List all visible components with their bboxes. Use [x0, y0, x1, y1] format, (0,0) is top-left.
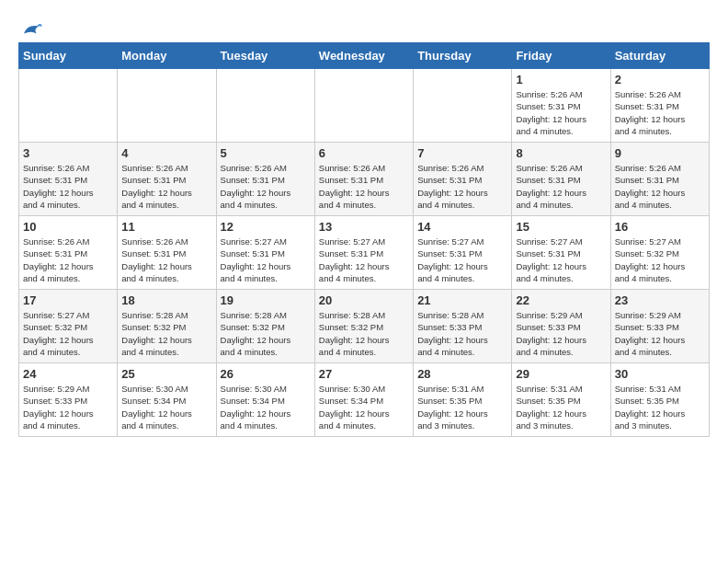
day-number: 22 [516, 293, 606, 307]
day-info: Sunrise: 5:26 AM Sunset: 5:31 PM Dayligh… [516, 88, 606, 137]
day-info: Sunrise: 5:29 AM Sunset: 5:33 PM Dayligh… [516, 309, 606, 358]
day-info: Sunrise: 5:31 AM Sunset: 5:35 PM Dayligh… [417, 383, 507, 431]
day-number: 11 [121, 220, 211, 234]
week-row-2: 10Sunrise: 5:26 AM Sunset: 5:31 PM Dayli… [19, 216, 710, 290]
day-info: Sunrise: 5:26 AM Sunset: 5:31 PM Dayligh… [221, 162, 311, 211]
day-number: 2 [615, 73, 705, 86]
day-header-friday: Friday [512, 43, 610, 69]
calendar-table: SundayMondayTuesdayWednesdayThursdayFrid… [18, 42, 710, 437]
day-header-sunday: Sunday [19, 43, 118, 69]
calendar-cell: 22Sunrise: 5:29 AM Sunset: 5:33 PM Dayli… [512, 290, 610, 363]
day-header-tuesday: Tuesday [216, 43, 314, 69]
header-row: SundayMondayTuesdayWednesdayThursdayFrid… [19, 43, 710, 69]
logo-bird-icon [20, 18, 42, 40]
calendar-cell: 20Sunrise: 5:28 AM Sunset: 5:32 PM Dayli… [314, 290, 413, 363]
calendar-cell: 29Sunrise: 5:31 AM Sunset: 5:35 PM Dayli… [512, 363, 610, 437]
calendar-cell: 13Sunrise: 5:27 AM Sunset: 5:31 PM Dayli… [314, 216, 413, 290]
calendar-cell: 6Sunrise: 5:26 AM Sunset: 5:31 PM Daylig… [314, 143, 413, 216]
day-info: Sunrise: 5:27 AM Sunset: 5:32 PM Dayligh… [23, 309, 113, 358]
day-info: Sunrise: 5:27 AM Sunset: 5:32 PM Dayligh… [615, 236, 705, 284]
calendar-cell: 1Sunrise: 5:26 AM Sunset: 5:31 PM Daylig… [512, 69, 610, 143]
calendar-cell: 5Sunrise: 5:26 AM Sunset: 5:31 PM Daylig… [216, 143, 314, 216]
day-info: Sunrise: 5:26 AM Sunset: 5:31 PM Dayligh… [121, 236, 211, 284]
day-info: Sunrise: 5:26 AM Sunset: 5:31 PM Dayligh… [121, 162, 211, 211]
day-info: Sunrise: 5:26 AM Sunset: 5:31 PM Dayligh… [417, 162, 507, 211]
calendar-cell: 23Sunrise: 5:29 AM Sunset: 5:33 PM Dayli… [610, 290, 709, 363]
calendar-cell: 16Sunrise: 5:27 AM Sunset: 5:32 PM Dayli… [610, 216, 709, 290]
calendar-cell: 4Sunrise: 5:26 AM Sunset: 5:31 PM Daylig… [118, 143, 216, 216]
day-number: 29 [516, 367, 606, 381]
header [18, 18, 710, 33]
day-info: Sunrise: 5:28 AM Sunset: 5:32 PM Dayligh… [319, 309, 409, 358]
calendar-cell [414, 69, 512, 143]
calendar-cell: 7Sunrise: 5:26 AM Sunset: 5:31 PM Daylig… [414, 143, 512, 216]
day-number: 14 [417, 220, 507, 234]
week-row-3: 17Sunrise: 5:27 AM Sunset: 5:32 PM Dayli… [19, 290, 710, 363]
calendar-cell: 27Sunrise: 5:30 AM Sunset: 5:34 PM Dayli… [314, 363, 413, 437]
calendar-cell [19, 69, 118, 143]
week-row-4: 24Sunrise: 5:29 AM Sunset: 5:33 PM Dayli… [19, 363, 710, 437]
calendar-cell: 25Sunrise: 5:30 AM Sunset: 5:34 PM Dayli… [118, 363, 216, 437]
calendar-cell: 19Sunrise: 5:28 AM Sunset: 5:32 PM Dayli… [216, 290, 314, 363]
day-number: 17 [23, 293, 113, 307]
day-number: 9 [615, 146, 705, 160]
day-header-monday: Monday [118, 43, 216, 69]
day-header-saturday: Saturday [610, 43, 709, 69]
calendar-cell: 15Sunrise: 5:27 AM Sunset: 5:31 PM Dayli… [512, 216, 610, 290]
day-number: 7 [417, 146, 507, 160]
day-info: Sunrise: 5:31 AM Sunset: 5:35 PM Dayligh… [615, 383, 705, 431]
week-row-0: 1Sunrise: 5:26 AM Sunset: 5:31 PM Daylig… [19, 69, 710, 143]
day-info: Sunrise: 5:26 AM Sunset: 5:31 PM Dayligh… [23, 162, 113, 211]
calendar-cell: 8Sunrise: 5:26 AM Sunset: 5:31 PM Daylig… [512, 143, 610, 216]
calendar-cell: 17Sunrise: 5:27 AM Sunset: 5:32 PM Dayli… [19, 290, 118, 363]
day-number: 24 [23, 367, 113, 381]
calendar-cell: 21Sunrise: 5:28 AM Sunset: 5:33 PM Dayli… [414, 290, 512, 363]
day-number: 4 [121, 146, 211, 160]
calendar-cell [314, 69, 413, 143]
day-header-wednesday: Wednesday [314, 43, 413, 69]
day-info: Sunrise: 5:29 AM Sunset: 5:33 PM Dayligh… [615, 309, 705, 358]
day-info: Sunrise: 5:27 AM Sunset: 5:31 PM Dayligh… [516, 236, 606, 284]
day-number: 27 [319, 367, 409, 381]
day-number: 6 [319, 146, 409, 160]
day-info: Sunrise: 5:26 AM Sunset: 5:31 PM Dayligh… [516, 162, 606, 211]
day-number: 23 [615, 293, 705, 307]
day-number: 21 [417, 293, 507, 307]
day-number: 8 [516, 146, 606, 160]
calendar-cell: 12Sunrise: 5:27 AM Sunset: 5:31 PM Dayli… [216, 216, 314, 290]
day-info: Sunrise: 5:29 AM Sunset: 5:33 PM Dayligh… [23, 383, 113, 431]
day-number: 25 [121, 367, 211, 381]
calendar-cell: 14Sunrise: 5:27 AM Sunset: 5:31 PM Dayli… [414, 216, 512, 290]
day-number: 1 [516, 73, 606, 86]
day-info: Sunrise: 5:30 AM Sunset: 5:34 PM Dayligh… [121, 383, 211, 431]
day-info: Sunrise: 5:26 AM Sunset: 5:31 PM Dayligh… [319, 162, 409, 211]
calendar-cell: 18Sunrise: 5:28 AM Sunset: 5:32 PM Dayli… [118, 290, 216, 363]
calendar-cell: 24Sunrise: 5:29 AM Sunset: 5:33 PM Dayli… [19, 363, 118, 437]
day-info: Sunrise: 5:31 AM Sunset: 5:35 PM Dayligh… [516, 383, 606, 431]
day-info: Sunrise: 5:26 AM Sunset: 5:31 PM Dayligh… [615, 162, 705, 211]
day-number: 19 [221, 293, 311, 307]
day-number: 13 [319, 220, 409, 234]
day-number: 15 [516, 220, 606, 234]
day-number: 16 [615, 220, 705, 234]
day-number: 18 [121, 293, 211, 307]
day-number: 28 [417, 367, 507, 381]
day-info: Sunrise: 5:28 AM Sunset: 5:32 PM Dayligh… [221, 309, 311, 358]
calendar-cell: 10Sunrise: 5:26 AM Sunset: 5:31 PM Dayli… [19, 216, 118, 290]
day-info: Sunrise: 5:27 AM Sunset: 5:31 PM Dayligh… [319, 236, 409, 284]
day-info: Sunrise: 5:26 AM Sunset: 5:31 PM Dayligh… [615, 88, 705, 137]
calendar-cell [118, 69, 216, 143]
calendar-cell: 30Sunrise: 5:31 AM Sunset: 5:35 PM Dayli… [610, 363, 709, 437]
day-number: 30 [615, 367, 705, 381]
logo [18, 18, 42, 33]
week-row-1: 3Sunrise: 5:26 AM Sunset: 5:31 PM Daylig… [19, 143, 710, 216]
day-info: Sunrise: 5:28 AM Sunset: 5:32 PM Dayligh… [121, 309, 211, 358]
calendar-cell: 2Sunrise: 5:26 AM Sunset: 5:31 PM Daylig… [610, 69, 709, 143]
calendar-cell: 28Sunrise: 5:31 AM Sunset: 5:35 PM Dayli… [414, 363, 512, 437]
day-number: 12 [221, 220, 311, 234]
day-number: 26 [221, 367, 311, 381]
day-info: Sunrise: 5:26 AM Sunset: 5:31 PM Dayligh… [23, 236, 113, 284]
day-info: Sunrise: 5:27 AM Sunset: 5:31 PM Dayligh… [417, 236, 507, 284]
day-header-thursday: Thursday [414, 43, 512, 69]
calendar-cell: 9Sunrise: 5:26 AM Sunset: 5:31 PM Daylig… [610, 143, 709, 216]
